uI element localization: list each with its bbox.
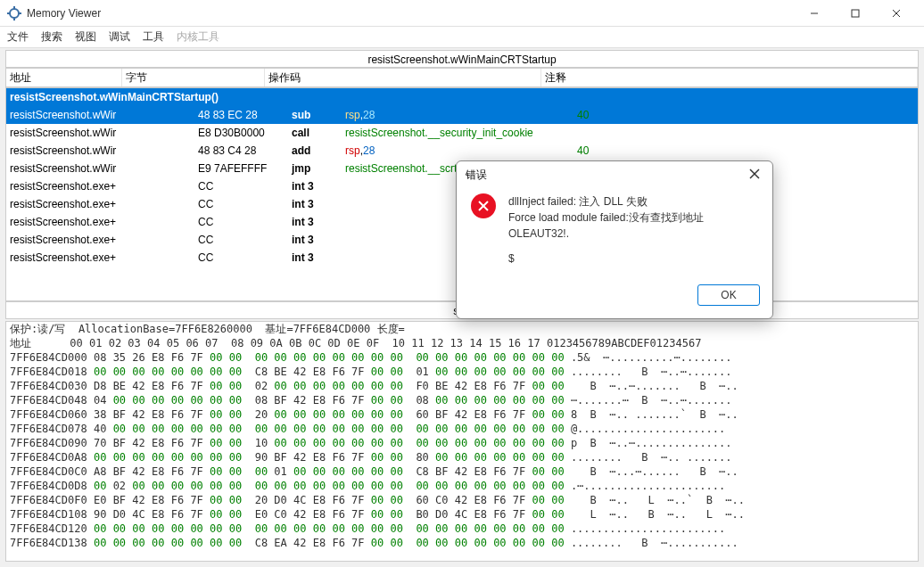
window-title: Memory Viewer [27,7,794,20]
close-button[interactable] [876,0,917,27]
dialog-title: 错误 [466,168,746,183]
app-icon [7,6,21,21]
col-bytes: 字节 [122,69,265,86]
hex-addr-hdr: 地址 [10,337,31,349]
hex-line: 7FF6E84CD000 08 35 26 E8 F6 7F 00 00 00 … [6,350,918,365]
function-header: resistScreenshot.wWinMainCRTStartup() [6,88,918,106]
hex-line: 7FF6E84CD018 00 00 00 00 00 00 00 00 C8 … [6,365,918,379]
hex-line: 7FF6E84CD0A8 00 00 00 00 00 00 00 00 90 … [6,450,918,464]
dialog-ok-button[interactable]: OK [697,284,760,306]
hex-view[interactable]: 保护:读/写 AllocationBase=7FF6E8260000 基址=7F… [5,321,919,562]
disasm-header: 地址 字节 操作码 注释 [5,68,919,87]
hex-line: 7FF6E84CD090 70 BF 42 E8 F6 7F 00 00 10 … [6,436,918,450]
dialog-close-button[interactable] [746,168,763,182]
menu-debug[interactable]: 调试 [109,29,130,45]
hex-line: 7FF6E84CD108 90 D0 4C E8 F6 7F 00 00 E0 … [6,507,918,522]
hex-line: 7FF6E84CD138 00 00 00 00 00 00 00 00 C8 … [6,536,918,550]
hex-line: 7FF6E84CD030 D8 BE 42 E8 F6 7F 00 00 02 … [6,379,918,393]
dialog-line4: $ [508,251,704,267]
hex-line: 7FF6E84CD048 04 00 00 00 00 00 00 00 08 … [6,393,918,407]
maximize-button[interactable] [835,0,876,27]
dialog-line3: OLEAUT32!. [508,226,704,242]
disasm-row[interactable]: resistScreenshot.wWir48 83 C4 28addrsp,2… [6,142,918,160]
error-dialog: 错误 dllInject failed: 注入 DLL 失败 Force loa… [456,160,773,319]
menu-file[interactable]: 文件 [7,29,29,45]
hex-info-line: 保护:读/写 AllocationBase=7FF6E8260000 基址=7F… [6,322,918,336]
col-comment: 注释 [541,69,918,86]
hex-line: 7FF6E84CD120 00 00 00 00 00 00 00 00 00 … [6,522,918,536]
svg-rect-2 [13,18,15,21]
menu-tools[interactable]: 工具 [143,29,164,45]
svg-rect-6 [852,10,859,17]
dialog-line1: dllInject failed: 注入 DLL 失败 [508,193,704,210]
menu-search[interactable]: 搜索 [41,29,62,45]
menu-view[interactable]: 视图 [75,29,96,45]
dialog-line2: Force load module failed:没有查找到地址 [508,210,704,226]
hex-line: 7FF6E84CD060 38 BF 42 E8 F6 7F 00 00 20 … [6,407,918,422]
menu-kernel[interactable]: 内核工具 [177,29,219,45]
hex-line: 7FF6E84CD078 40 00 00 00 00 00 00 00 00 … [6,422,918,436]
svg-rect-1 [13,6,15,9]
minimize-button[interactable] [794,0,835,27]
col-addr: 地址 [6,69,122,86]
hex-cols-hdr: 00 01 02 03 04 05 06 07 08 09 0A 0B 0C 0… [31,337,701,349]
col-opcode: 操作码 [265,69,541,86]
svg-point-0 [10,9,19,18]
disasm-row[interactable]: resistScreenshot.wWir48 83 EC 28subrsp,2… [6,106,918,124]
hex-line: 7FF6E84CD0F0 E0 BF 42 E8 F6 7F 00 00 20 … [6,493,918,507]
error-icon [471,193,496,218]
hex-line: 7FF6E84CD0D8 00 02 00 00 00 00 00 00 00 … [6,479,918,493]
section-title: resistScreenshot.wWinMainCRTStartup [5,50,919,68]
hex-line: 7FF6E84CD0C0 A8 BF 42 E8 F6 7F 00 00 00 … [6,464,918,479]
disasm-row[interactable]: resistScreenshot.wWirE8 D30B0000callresi… [6,124,918,142]
svg-rect-3 [7,12,10,14]
dialog-message: dllInject failed: 注入 DLL 失败 Force load m… [508,193,704,267]
svg-rect-4 [19,12,21,14]
